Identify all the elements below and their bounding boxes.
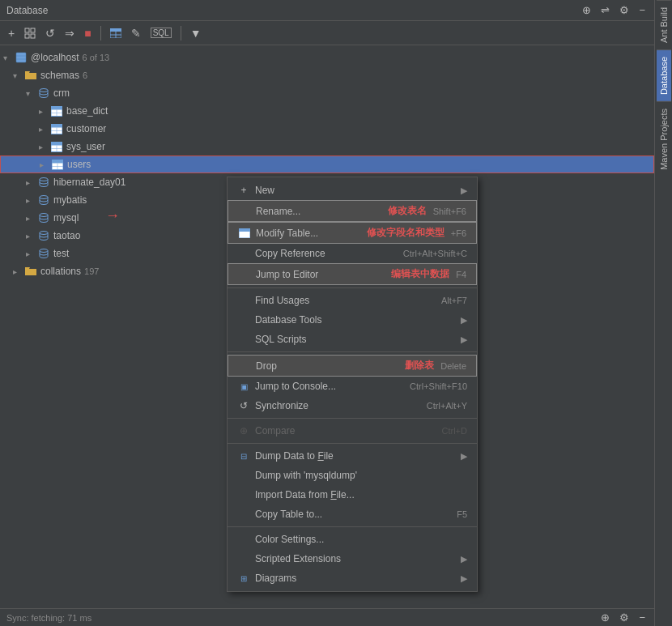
menu-item-new[interactable]: + New ▶ (228, 181, 477, 200)
menu-item-jump-to-console[interactable]: ▣ Jump to Console... Ctrl+Shift+F10 (228, 377, 477, 396)
svg-rect-21 (51, 142, 62, 145)
nav-button[interactable]: ⇒ (62, 25, 78, 41)
svg-rect-8 (16, 53, 26, 62)
menu-item-find-usages[interactable]: Find Usages Alt+F7 (228, 291, 477, 310)
menu-item-dump-data[interactable]: ⊟ Dump Data to File ▶ (228, 446, 477, 466)
folder-icon (24, 69, 37, 82)
mysql-label: mysql (53, 212, 79, 224)
menu-item-diagrams[interactable]: ⊞ Diagrams ▶ (228, 569, 477, 588)
globe-icon-bottom[interactable]: ⊕ (598, 611, 612, 624)
menu-item-synchronize[interactable]: ↺ Synchronize Ctrl+Alt+Y (228, 396, 477, 415)
separator5 (228, 526, 477, 527)
red-arrow-annotation: → (105, 207, 120, 224)
jump-console-shortcut: Ctrl+Shift+F10 (410, 381, 467, 391)
expand-arrow (26, 249, 36, 258)
submenu-arrow: ▶ (461, 334, 467, 345)
modify-table-annotation: 修改字段名和类型 (367, 226, 444, 240)
menu-item-import-data[interactable]: Import Data from File... (228, 485, 477, 505)
submenu-arrow: ▶ (461, 185, 467, 196)
menu-item-scripted-extensions[interactable]: Scripted Extensions ▶ (228, 549, 477, 569)
copy-reference-shortcut: Ctrl+Alt+Shift+C (403, 249, 467, 258)
table-icon (50, 140, 63, 153)
menu-item-copy-table[interactable]: Copy Table to... F5 (228, 505, 477, 524)
tree-node-crm[interactable]: crm (0, 84, 654, 102)
expand-arrow (40, 160, 49, 169)
gear-icon[interactable]: ⚙ (617, 3, 632, 17)
stop-button[interactable]: ■ (81, 25, 94, 41)
separator3 (228, 418, 477, 419)
modify-table-shortcut: +F6 (451, 228, 466, 238)
menu-item-drop[interactable]: Drop 删除表 Delete (228, 355, 477, 377)
tree-node-customer[interactable]: customer (0, 120, 654, 138)
menu-item-color-settings[interactable]: Color Settings... (228, 530, 477, 549)
menu-label-diagrams: Diagrams (255, 573, 457, 584)
customer-label: customer (66, 123, 106, 134)
menu-item-jump-to-editor[interactable]: Jump to Editor 编辑表中数据 F4 (228, 263, 477, 285)
sql-button[interactable]: SQL (147, 26, 175, 40)
sys_user-label: sys_user (66, 141, 105, 152)
users-label: users (67, 159, 91, 170)
expand-arrow (26, 232, 36, 241)
menu-item-dump-mysqldump[interactable]: Dump with 'mysqldump' (228, 466, 477, 485)
menu-label-new: New (255, 185, 457, 196)
tree-node-users[interactable]: users (0, 155, 654, 173)
color-settings-icon (237, 533, 250, 546)
jump-editor-annotation: 编辑表中数据 (391, 267, 449, 281)
menu-item-sql-scripts[interactable]: SQL Scripts ▶ (228, 330, 477, 349)
grid-button[interactable] (21, 26, 39, 40)
taotao-label: taotao (53, 230, 80, 241)
tree-node-schemas[interactable]: schemas 6 (0, 66, 654, 84)
server-icon (15, 51, 28, 64)
copy-table-icon (237, 508, 250, 521)
menu-item-database-tools[interactable]: Database Tools ▶ (228, 310, 477, 330)
split-icon[interactable]: ⇌ (598, 3, 612, 17)
separator1 (100, 26, 101, 40)
gear-icon-bottom[interactable]: ⚙ (617, 611, 632, 624)
copy-reference-icon (237, 247, 250, 260)
compare-shortcut: Ctrl+D (442, 426, 467, 436)
sidebar-tab-database[interactable]: Database (657, 49, 671, 101)
expand-arrow (26, 214, 36, 223)
schemas-badge: 6 (83, 70, 87, 80)
tree-node-sys_user[interactable]: sys_user (0, 138, 654, 155)
menu-item-rename[interactable]: Rename... 修改表名 Shift+F6 (228, 200, 477, 222)
hibernate-label: hibernate_day01 (53, 177, 125, 188)
context-menu: + New ▶ Rename... 修改表名 Shift+F6 Modify T… (227, 177, 478, 592)
minus-icon-bottom[interactable]: − (636, 611, 648, 624)
menu-item-compare: ⊕ Compare Ctrl+D (228, 421, 477, 441)
tree-node-base_dict[interactable]: base_dict (0, 102, 654, 120)
add-button[interactable]: + (5, 25, 18, 41)
expand-arrow (26, 89, 36, 98)
menu-label-color-settings: Color Settings... (255, 534, 467, 545)
menu-label-database-tools: Database Tools (255, 314, 457, 326)
sidebar-tab-maven[interactable]: Maven Projects (657, 101, 671, 177)
table-button[interactable] (107, 27, 125, 40)
svg-point-28 (40, 178, 48, 181)
globe-icon[interactable]: ⊕ (580, 3, 593, 17)
toolbar: + ↺ ⇒ ■ ✎ SQL ▼ (0, 21, 654, 45)
edit-button[interactable]: ✎ (128, 25, 144, 41)
jump-editor-shortcut: F4 (456, 270, 466, 279)
compare-icon: ⊕ (237, 424, 250, 437)
schemas-label: schemas (40, 70, 79, 81)
tree-node-localhost[interactable]: @localhost 6 of 13 (0, 49, 654, 66)
menu-label-jump-to-console: Jump to Console... (255, 381, 403, 392)
diagrams-icon: ⊞ (237, 572, 250, 585)
menu-item-modify-table[interactable]: Modify Table... 修改字段名和类型 +F6 (228, 222, 477, 244)
folder-icon (24, 265, 37, 278)
refresh-button[interactable]: ↺ (42, 25, 58, 41)
menu-label-dump-data: Dump Data to File (255, 450, 457, 462)
svg-rect-13 (51, 106, 62, 109)
sidebar-tab-ant-build[interactable]: Ant Build (657, 0, 671, 49)
submenu-arrow: ▶ (461, 315, 467, 326)
filter-button[interactable]: ▼ (187, 25, 205, 41)
svg-rect-2 (25, 34, 29, 38)
right-sidebar: Ant Build Database Maven Projects (654, 0, 672, 626)
expand-arrow (39, 143, 49, 151)
drop-shortcut: Delete (440, 361, 466, 371)
menu-item-copy-reference[interactable]: Copy Reference Ctrl+Alt+Shift+C (228, 244, 477, 263)
status-text: Sync: fetching: 71 ms (6, 613, 598, 623)
minus-icon[interactable]: − (636, 3, 648, 17)
svg-rect-25 (52, 160, 63, 163)
rename-annotation: 修改表名 (388, 204, 427, 218)
